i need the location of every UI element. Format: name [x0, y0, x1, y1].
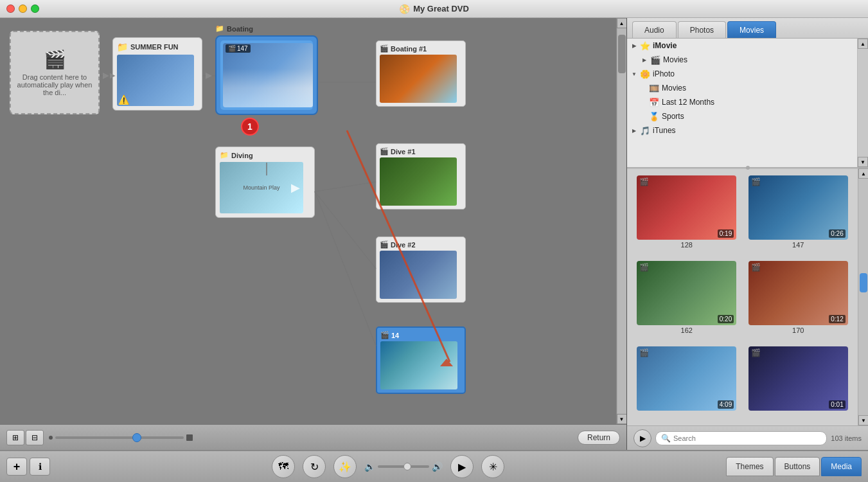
source-scrollbar[interactable]: ▲ ▼	[858, 39, 868, 167]
editor-scrollbar[interactable]: ▲ ▼	[616, 18, 626, 424]
minimize-button[interactable]	[19, 4, 27, 13]
clip147-node[interactable]: 🎬 14	[376, 326, 466, 394]
dive1-film-icon: 🎬	[380, 147, 389, 156]
expand-itunes[interactable]	[631, 127, 637, 134]
info-button[interactable]: ℹ	[30, 458, 50, 476]
dive2-node[interactable]: 🎬 Dive #2	[376, 237, 466, 303]
thumb-128[interactable]: 🎬 0:19	[637, 175, 736, 240]
summer-fun-title: 📁 SUMMER FUN	[117, 42, 198, 52]
source-list[interactable]: ⭐ iMovie 🎬 Movies 🌼 iPhoto 🎞️	[627, 39, 858, 167]
thumb-162[interactable]: 🎬 0:20	[637, 261, 736, 325]
scroll-track[interactable]	[617, 28, 626, 414]
clip147-thumbnail	[380, 341, 457, 389]
return-button[interactable]: Return	[578, 431, 620, 445]
thumb-5[interactable]: 🎬 4:09	[637, 346, 736, 411]
map-view-btn[interactable]: 🗺	[272, 455, 295, 478]
thumb-item-5[interactable]: 🎬 0:01	[745, 346, 852, 419]
thumb-170[interactable]: 🎬 0:12	[748, 261, 848, 325]
diving-title: 📁 Diving	[220, 151, 310, 159]
volume-max-icon: 🔊	[432, 461, 443, 472]
view-toggle-group: ⊞ ⊟	[6, 430, 44, 445]
volume-slider[interactable]	[378, 465, 429, 468]
dive1-node[interactable]: 🎬 Dive #1	[376, 143, 466, 210]
thumbnail-grid[interactable]: 🎬 0:19 128 🎬 0:26 147 🎬 0:20	[627, 168, 858, 425]
diving-folder-icon: 📁	[220, 151, 229, 159]
grid-scrollbar[interactable]: ▲ ▼	[858, 168, 868, 425]
source-item-last12[interactable]: 📅 Last 12 Months	[627, 95, 857, 109]
scroll-up-btn[interactable]: ▲	[617, 18, 627, 28]
grid-view-btn[interactable]: ⊞	[6, 430, 24, 445]
fullscreen-btn[interactable]: ✳	[481, 455, 504, 478]
search-input[interactable]	[673, 434, 821, 442]
close-button[interactable]	[6, 4, 15, 13]
imovie-label: iMovie	[653, 41, 677, 50]
play-preview-btn[interactable]: ▶	[633, 429, 651, 447]
thumb-item-0[interactable]: 🎬 0:19 128	[633, 175, 740, 256]
source-scroll-up[interactable]: ▲	[858, 39, 868, 49]
editor-toolbar: ⊞ ⊟ Return	[0, 424, 626, 450]
thumb-162-duration: 0:20	[718, 315, 734, 323]
thumb-item-1[interactable]: 🎬 0:26 147	[745, 175, 852, 256]
boating-folder-icon: 📁	[215, 24, 224, 33]
tab-audio[interactable]: Audio	[632, 21, 677, 38]
add-button[interactable]: +	[6, 458, 27, 476]
source-item-itunes[interactable]: 🎵 iTunes	[627, 123, 857, 138]
tab-photos[interactable]: Photos	[678, 21, 726, 38]
expand-movies-top[interactable]	[641, 57, 648, 63]
boating1-node[interactable]: 🎬 Boating #1	[376, 40, 466, 107]
thumb-6[interactable]: 🎬 0:01	[748, 346, 848, 411]
iphoto-movies-label: Movies	[662, 84, 686, 93]
tab-themes[interactable]: Themes	[726, 457, 773, 476]
annotation-marker-1: 1	[241, 118, 259, 136]
thumb-item-2[interactable]: 🎬 0:20 162	[633, 261, 740, 341]
list-view-btn[interactable]: ⊟	[26, 430, 44, 445]
source-item-iphoto-movies[interactable]: 🎞️ Movies	[627, 81, 857, 95]
source-item-iphoto[interactable]: 🌼 iPhoto	[627, 67, 857, 81]
folder-icon: 📁	[117, 42, 128, 52]
thumb-item-3[interactable]: 🎬 0:12 170	[745, 261, 852, 341]
bottom-bar: + ℹ 🗺 ↻ ✨ 🔈 🔊 ▶ ✳ Themes Buttons Media	[0, 450, 868, 482]
play-btn[interactable]: ▶	[450, 455, 474, 478]
thumb-item-4[interactable]: 🎬 4:09	[633, 346, 740, 419]
last12-label: Last 12 Months	[662, 98, 714, 107]
titlebar: 📀 My Great DVD	[0, 0, 868, 18]
source-scroll-track[interactable]	[858, 49, 868, 157]
volume-icon: 🔈	[364, 461, 375, 472]
sports-icon: 🏅	[649, 112, 659, 121]
source-scroll-down[interactable]: ▼	[858, 157, 868, 167]
source-item-sports[interactable]: 🏅 Sports	[627, 109, 857, 123]
zoom-slider-thumb[interactable]	[132, 433, 141, 442]
tab-media[interactable]: Media	[821, 457, 862, 476]
last12-icon: 📅	[649, 98, 659, 107]
tab-movies[interactable]: Movies	[727, 21, 776, 38]
grid-scroll-down[interactable]: ▼	[858, 415, 868, 425]
volume-control: 🔈 🔊	[364, 461, 443, 472]
zoom-slider-track[interactable]	[55, 436, 184, 439]
expand-imovie[interactable]	[631, 42, 637, 49]
tab-buttons[interactable]: Buttons	[775, 457, 820, 476]
dive2-film-icon: 🎬	[380, 240, 389, 249]
magic-btn[interactable]: ✨	[333, 455, 357, 478]
thumb-147-duration: 0:26	[829, 229, 845, 238]
expand-iphoto[interactable]	[631, 71, 637, 77]
scroll-down-btn[interactable]: ▼	[617, 414, 627, 424]
editor-canvas[interactable]: 🎬 Drag content here to automatically pla…	[0, 18, 616, 424]
search-box[interactable]: 🔍	[655, 431, 827, 445]
source-item-imovie[interactable]: ⭐ iMovie	[627, 39, 857, 53]
diving-thumbnail: Mountain Play ▶	[220, 162, 303, 213]
thumb-147[interactable]: 🎬 0:26	[748, 175, 848, 240]
grid-scroll-up[interactable]: ▲	[858, 168, 868, 179]
maximize-button[interactable]	[31, 4, 39, 13]
thumb-147-icon: 🎬	[751, 177, 761, 186]
grid-scroll-track[interactable]	[858, 179, 868, 415]
volume-thumb[interactable]	[403, 463, 411, 470]
source-panel: ⭐ iMovie 🎬 Movies 🌼 iPhoto 🎞️	[627, 39, 868, 167]
summer-fun-node[interactable]: 📁 SUMMER FUN ⚠️	[112, 37, 202, 111]
thumb-6-icon: 🎬	[751, 348, 761, 357]
diving-node[interactable]: 📁 Diving Mountain Play ▶	[215, 147, 315, 218]
bottom-left-controls: + ℹ	[6, 458, 50, 476]
source-item-movies-top[interactable]: 🎬 Movies	[627, 53, 857, 67]
drop-zone[interactable]: 🎬 Drag content here to automatically pla…	[10, 31, 100, 114]
loop-btn[interactable]: ↻	[303, 455, 326, 478]
boating-node[interactable]: 📁 Boating 🎬 147	[215, 24, 318, 115]
